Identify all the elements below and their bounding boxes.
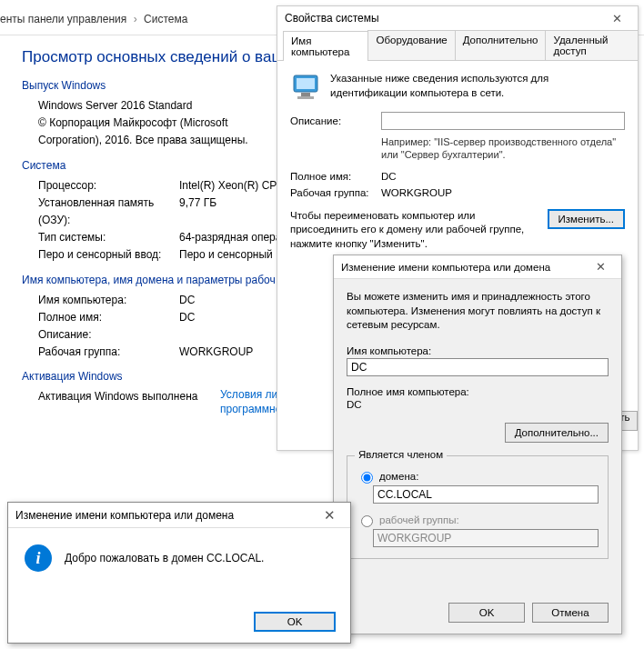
svg-rect-1 — [297, 78, 315, 89]
cancel-button[interactable]: Отмена — [532, 603, 609, 623]
breadcrumb-seg[interactable]: енты панели управления — [0, 13, 126, 25]
ok-button[interactable]: OK — [448, 603, 525, 623]
computer-name-input[interactable] — [347, 358, 609, 376]
titlebar[interactable]: Свойства системы ✕ — [277, 6, 638, 30]
computer-icon — [290, 72, 321, 103]
dialog-title: Свойства системы — [285, 12, 603, 25]
computer-name-label: Имя компьютера: — [347, 345, 609, 356]
change-name-domain-dialog: Изменение имени компьютера или домена ✕ … — [333, 255, 622, 634]
workgroup-value: WORKGROUP — [381, 187, 452, 198]
wg-label: Рабочая группа: — [38, 344, 179, 361]
tab-computer-name[interactable]: Имя компьютера — [283, 31, 368, 61]
domain-radio[interactable] — [361, 472, 373, 484]
domain-radio-label: домена: — [379, 471, 418, 482]
advanced-button[interactable]: Дополнительно... — [505, 423, 609, 443]
fname-label: Полное имя: — [38, 309, 179, 326]
workgroup-radio[interactable] — [361, 515, 373, 527]
workgroup-input — [373, 529, 599, 547]
member-legend: Является членом — [355, 449, 447, 460]
type-label: Тип системы: — [38, 229, 179, 246]
workgroup-label: Рабочая группа: — [290, 187, 381, 198]
close-icon[interactable]: ✕ — [587, 260, 614, 274]
activation-status: Активация Windows выполнена — [38, 388, 220, 416]
intro-text: Вы можете изменить имя и принадлежность … — [347, 290, 609, 333]
fullname-label: Полное имя компьютера: — [347, 385, 609, 399]
domain-input[interactable] — [373, 485, 599, 504]
desc-label: Описание: — [290, 115, 381, 126]
tab-remote[interactable]: Удаленный доступ — [545, 30, 639, 60]
tab-hardware[interactable]: Оборудование — [367, 30, 455, 60]
svg-rect-2 — [301, 93, 310, 96]
copyright: © Корпорация Майкрософт (Microsoft Corpo… — [38, 115, 275, 149]
welcome-message-dialog: Изменение имени компьютера или домена ✕ … — [7, 502, 351, 644]
tabs: Имя компьютера Оборудование Дополнительн… — [277, 30, 638, 61]
tab-advanced[interactable]: Дополнительно — [455, 30, 547, 60]
workgroup-radio-label: рабочей группы: — [379, 514, 459, 525]
cpu-label: Процессор: — [38, 177, 179, 195]
pen-label: Перо и сенсорный ввод: — [38, 246, 179, 264]
fullname-label: Полное имя: — [290, 171, 381, 182]
fullname-value: DC — [381, 171, 397, 182]
ram-label: Установленная память (ОЗУ): — [38, 195, 179, 229]
titlebar[interactable]: Изменение имени компьютера или домена ✕ — [334, 255, 621, 279]
close-icon[interactable]: ✕ — [603, 12, 630, 25]
ident-text: Указанные ниже сведения используются для… — [330, 72, 625, 103]
titlebar[interactable]: Изменение имени компьютера или домена ✕ — [8, 503, 350, 528]
info-icon: i — [25, 544, 52, 572]
description-input[interactable] — [381, 112, 625, 130]
close-icon[interactable]: ✕ — [316, 507, 343, 524]
example-text: Например: "IIS-сервер производственного … — [381, 135, 625, 162]
change-button[interactable]: Изменить... — [548, 209, 625, 229]
dialog-title: Изменение имени компьютера или домена — [341, 262, 587, 273]
rename-text: Чтобы переименовать компьютер или присое… — [290, 209, 538, 252]
breadcrumb-seg[interactable]: Система — [144, 13, 187, 25]
ok-button[interactable]: OK — [254, 612, 336, 632]
dialog-title: Изменение имени компьютера или домена — [15, 509, 316, 522]
member-of-group: Является членом домена: рабочей группы: — [347, 455, 609, 559]
svg-rect-3 — [297, 96, 314, 99]
message-text: Добро пожаловать в домен CC.LOCAL. — [65, 552, 264, 564]
cname-label: Имя компьютера: — [38, 292, 179, 309]
fullname-value: DC — [347, 398, 609, 412]
desc-label: Описание: — [38, 326, 179, 344]
breadcrumb-separator: › — [134, 13, 137, 25]
